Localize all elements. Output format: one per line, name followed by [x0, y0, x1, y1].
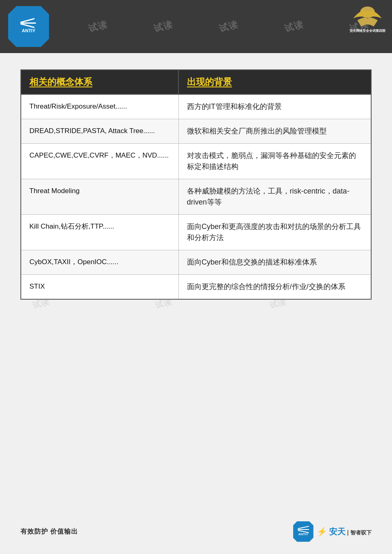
table-cell-concept: CAPEC,CWE,CVE,CVRF，MAEC，NVD...... [21, 144, 178, 179]
table-cell-concept: Threat Modeling [21, 179, 178, 215]
table-cell-background: 各种威胁建模的方法论，工具，risk-centric，data-driven等等 [178, 179, 371, 215]
watermark-5: 试读 [283, 18, 305, 35]
footer-logo: ANTIY ⚡ 安天 | 智者驭下 [293, 521, 372, 542]
svg-text:安天网络安全令词第四部: 安天网络安全令词第四部 [349, 29, 385, 33]
table-row: Threat/Risk/Exposure/Asset......西方的IT管理和… [21, 94, 371, 119]
footer-logo-sub: 智者驭下 [350, 529, 372, 536]
col1-header: 相关的概念体系 [21, 70, 178, 94]
table-cell-background: 面向更完整的综合性的情报分析/作业/交换的体系 [178, 275, 371, 300]
table-cell-concept: Kill Chain,钻石分析,TTP...... [21, 215, 178, 250]
table-cell-concept: Threat/Risk/Exposure/Asset...... [21, 94, 178, 119]
table-row: STIX面向更完整的综合性的情报分析/作业/交换的体系 [21, 275, 371, 300]
table-cell-background: 西方的IT管理和标准化的背景 [178, 94, 371, 119]
main-content: 试读 试读 试读 试读 试读 试读 试读 试读 试读 试读 试读 试读 试读 试… [0, 53, 392, 316]
table-cell-concept: CybOX,TAXII，OpenIOC...... [21, 250, 178, 275]
table-cell-background: 面向Cyber和更高强度的攻击和对抗的场景的分析工具和分析方法 [178, 215, 371, 250]
col2-header: 出现的背景 [178, 70, 371, 94]
table-cell-concept: DREAD,STRIDE,PASTA, Attack Tree...... [21, 119, 178, 144]
footer-tagline: 有效防护 价值输出 [20, 527, 78, 536]
table-cell-background: 对攻击模式，脆弱点，漏洞等各种基础的安全元素的标定和描述结构 [178, 144, 371, 179]
header-logo: ANTIY [8, 6, 49, 47]
table-row: Kill Chain,钻石分析,TTP......面向Cyber和更高强度的攻击… [21, 215, 371, 250]
footer-brand-text: ⚡ 安天 | 智者驭下 [317, 526, 372, 537]
footer-logo-icon: ANTIY [293, 521, 314, 542]
table-cell-background: 面向Cyber和信息交换的描述和标准体系 [178, 250, 371, 275]
right-brand: 安天网络安全令词第四部 [349, 4, 386, 35]
watermark-4: 试读 [218, 18, 240, 35]
watermark-2: 试读 [87, 18, 109, 35]
table-row: Threat Modeling各种威胁建模的方法论，工具，risk-centri… [21, 179, 371, 215]
brand-logo-svg: 安天网络安全令词第四部 [349, 4, 386, 35]
header-watermarks: 试读 试读 试读 试读 试读 试读 [0, 0, 392, 53]
footer: 有效防护 价值输出 ANTIY ⚡ 安天 | 智者驭下 [0, 521, 392, 542]
table-header-row: 相关的概念体系 出现的背景 [21, 70, 371, 94]
table-cell-background: 微软和相关安全厂商所推出的风险管理模型 [178, 119, 371, 144]
header: ANTIY 试读 试读 试读 试读 试读 试读 安天网络安全令词第四部 [0, 0, 392, 53]
table-row: CybOX,TAXII，OpenIOC......面向Cyber和信息交换的描述… [21, 250, 371, 275]
watermark-3: 试读 [152, 18, 174, 35]
concept-table: 相关的概念体系 出现的背景 Threat/Risk/Exposure/Asset… [20, 69, 372, 300]
table-row: DREAD,STRIDE,PASTA, Attack Tree......微软和… [21, 119, 371, 144]
logo-text: ANTIY [21, 28, 36, 33]
table-cell-concept: STIX [21, 275, 178, 300]
table-row: CAPEC,CWE,CVE,CVRF，MAEC，NVD......对攻击模式，脆… [21, 144, 371, 179]
footer-logo-main: ⚡ 安天 [317, 526, 346, 537]
